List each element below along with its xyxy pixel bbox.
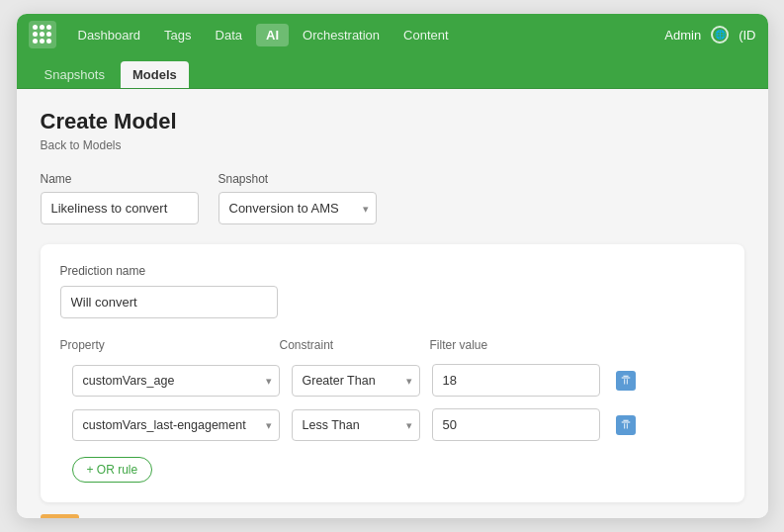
nav-orchestration[interactable]: Orchestration bbox=[293, 24, 390, 46]
logo-icon bbox=[29, 21, 56, 48]
table-header: Property Constraint Filter value bbox=[60, 338, 725, 360]
trash-icon-1 bbox=[616, 371, 636, 391]
subnav-models[interactable]: Models bbox=[121, 61, 189, 88]
name-input[interactable] bbox=[41, 192, 199, 224]
or-rule-button[interactable]: + OR rule bbox=[72, 457, 153, 483]
sub-nav: Snapshots Models bbox=[17, 55, 768, 89]
snapshot-select-wrapper: Conversion to AMS ▾ bbox=[218, 192, 377, 224]
trash-icon-2 bbox=[616, 415, 636, 435]
property-select-2[interactable]: customVars_age customVars_last-engagemen… bbox=[72, 409, 280, 441]
snapshot-label: Snapshot bbox=[218, 172, 377, 186]
main-content: Create Model Back to Models Name Snapsho… bbox=[17, 89, 768, 518]
name-group: Name bbox=[41, 172, 199, 224]
filter-row-1: customVars_age customVars_last-engagemen… bbox=[72, 364, 725, 397]
top-nav: Dashboard Tags Data AI Orchestration Con… bbox=[17, 14, 768, 55]
globe-icon: 🌐 bbox=[711, 26, 729, 44]
snapshot-group: Snapshot Conversion to AMS ▾ bbox=[218, 172, 377, 224]
nav-data[interactable]: Data bbox=[206, 24, 252, 46]
constraint-select-wrapper-2: Greater Than Less Than Equals ▾ bbox=[292, 409, 420, 441]
filter-rows: customVars_age customVars_last-engagemen… bbox=[72, 364, 725, 483]
filter-value-input-1[interactable] bbox=[432, 364, 600, 397]
property-select-wrapper-2: customVars_age customVars_last-engagemen… bbox=[72, 409, 280, 441]
admin-label: Admin bbox=[664, 28, 701, 43]
locale-label: (ID bbox=[739, 28, 755, 43]
nav-content[interactable]: Content bbox=[393, 24, 459, 46]
nav-dashboard[interactable]: Dashboard bbox=[68, 24, 151, 46]
property-select-1[interactable]: customVars_age customVars_last-engagemen… bbox=[72, 365, 280, 397]
property-select-wrapper-1: customVars_age customVars_last-engagemen… bbox=[72, 365, 280, 397]
th-filter-value: Filter value bbox=[430, 338, 725, 352]
logo bbox=[29, 21, 56, 48]
snapshot-select[interactable]: Conversion to AMS bbox=[218, 192, 377, 224]
prediction-card: Prediction name Property Constraint Filt… bbox=[41, 244, 744, 502]
back-to-models-link[interactable]: Back to Models bbox=[41, 138, 744, 152]
page-title: Create Model bbox=[41, 109, 744, 134]
filter-row-2: customVars_age customVars_last-engagemen… bbox=[72, 408, 725, 441]
constraint-select-1[interactable]: Greater Than Less Than Equals bbox=[292, 365, 420, 397]
th-constraint: Constraint bbox=[280, 338, 418, 352]
filter-rows-container: customVars_age customVars_last-engagemen… bbox=[60, 364, 725, 483]
prediction-input[interactable] bbox=[60, 286, 278, 318]
nav-tags[interactable]: Tags bbox=[154, 24, 201, 46]
name-snapshot-row: Name Snapshot Conversion to AMS ▾ bbox=[41, 172, 744, 224]
delete-row-2-button[interactable] bbox=[612, 411, 640, 439]
prediction-label: Prediction name bbox=[60, 264, 725, 278]
filter-value-input-2[interactable] bbox=[432, 408, 600, 441]
and-badge: AND bbox=[41, 514, 80, 518]
subnav-snapshots[interactable]: Snapshots bbox=[33, 61, 117, 88]
constraint-select-wrapper-1: Greater Than Less Than Equals ▾ bbox=[292, 365, 420, 397]
name-label: Name bbox=[41, 172, 199, 186]
th-property: Property bbox=[60, 338, 268, 352]
delete-row-1-button[interactable] bbox=[612, 367, 640, 395]
nav-ai[interactable]: AI bbox=[256, 24, 289, 46]
constraint-select-2[interactable]: Greater Than Less Than Equals bbox=[292, 409, 420, 441]
